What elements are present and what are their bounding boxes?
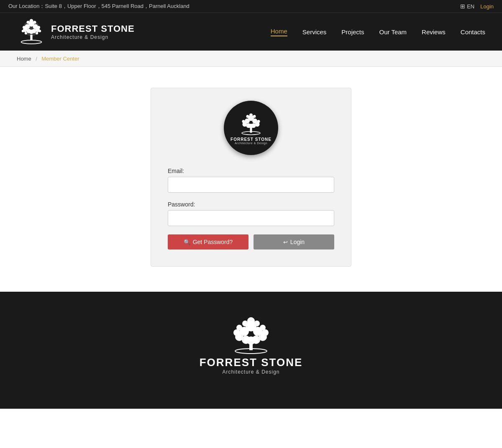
svg-point-17: [30, 19, 33, 23]
globe-icon: ⊞: [460, 3, 465, 10]
breadcrumb-sep: /: [36, 56, 37, 62]
brand-name: FORREST STONE: [51, 23, 135, 34]
login-brand-name: FORREST STONE: [231, 137, 271, 142]
login-logo-tree-icon: [238, 111, 264, 136]
login-label: Login: [290, 239, 305, 245]
footer-logo: FORREST STONE Architecture & Design: [200, 317, 303, 375]
get-password-label: Get Password?: [193, 239, 233, 245]
email-group: Email:: [168, 168, 334, 193]
svg-point-44: [247, 336, 255, 345]
email-input[interactable]: [168, 177, 334, 193]
nav-contacts[interactable]: Contacts: [461, 28, 485, 36]
nav-projects[interactable]: Projects: [341, 28, 364, 36]
svg-point-12: [37, 26, 40, 29]
logo-text: FORREST STONE Architecture & Design: [51, 23, 135, 41]
header: FORREST STONE Architecture & Design Home…: [0, 13, 502, 51]
nav-our-team[interactable]: Our Team: [379, 28, 407, 36]
search-icon: 🔍: [184, 239, 190, 245]
svg-point-30: [242, 120, 245, 123]
nav-reviews[interactable]: Reviews: [422, 28, 446, 36]
lang-label: EN: [467, 3, 474, 10]
login-card: FORREST STONE Architecture & Design Emai…: [151, 88, 351, 267]
svg-point-13: [22, 30, 24, 32]
svg-point-0: [21, 40, 42, 44]
svg-point-51: [260, 325, 266, 331]
brand-sub: Architecture & Design: [51, 34, 135, 40]
svg-point-31: [257, 120, 260, 123]
nav-services[interactable]: Services: [302, 28, 327, 36]
get-password-button[interactable]: 🔍 Get Password?: [168, 234, 248, 249]
breadcrumb-bar: Home / Member Center: [0, 51, 502, 67]
svg-point-29: [249, 124, 254, 128]
button-row: 🔍 Get Password? ↩ Login: [168, 234, 334, 249]
svg-point-15: [25, 32, 27, 34]
breadcrumb-current: Member Center: [41, 56, 79, 62]
svg-point-19: [33, 21, 36, 24]
email-label: Email:: [168, 168, 334, 174]
svg-point-14: [38, 30, 41, 32]
svg-point-49: [254, 321, 260, 326]
footer-brand-name: FORREST STONE: [200, 356, 303, 369]
svg-point-32: [249, 114, 253, 117]
footer-logo-icon: [230, 317, 272, 354]
password-label: Password:: [168, 201, 334, 208]
password-input[interactable]: [168, 210, 334, 226]
breadcrumb-home[interactable]: Home: [17, 56, 31, 62]
login-link[interactable]: Login: [480, 3, 494, 10]
svg-point-50: [236, 325, 242, 331]
svg-point-33: [246, 115, 249, 118]
main-content: FORREST STONE Architecture & Design Emai…: [0, 67, 502, 292]
login-logo-circle: FORREST STONE Architecture & Design: [224, 101, 278, 155]
svg-rect-21: [250, 128, 252, 133]
logo-area: FORREST STONE Architecture & Design: [17, 17, 135, 46]
svg-point-16: [36, 32, 38, 34]
svg-point-34: [253, 115, 256, 118]
top-bar: Our Location：Suite 8，Upper Floor，545 Par…: [0, 0, 502, 13]
login-logo-text: FORREST STONE Architecture & Design: [231, 137, 271, 145]
login-form: Email: Password: 🔍 Get Password? ↩ Login: [168, 168, 334, 249]
svg-point-47: [247, 317, 255, 325]
language-selector[interactable]: ⊞ EN: [460, 3, 474, 10]
location-text: Our Location：Suite 8，Upper Floor，545 Par…: [8, 3, 190, 10]
svg-point-11: [23, 26, 26, 29]
svg-point-10: [29, 30, 34, 34]
svg-point-48: [242, 321, 248, 326]
login-brand-sub: Architecture & Design: [231, 142, 271, 145]
password-group: Password:: [168, 201, 334, 226]
footer-brand-sub: Architecture & Design: [200, 369, 303, 375]
top-bar-right: ⊞ EN Login: [460, 3, 494, 10]
login-button[interactable]: ↩ Login: [254, 234, 334, 249]
logo-icon: [17, 17, 46, 46]
footer-logo-text: FORREST STONE Architecture & Design: [200, 356, 303, 375]
svg-point-18: [27, 21, 30, 24]
footer: FORREST STONE Architecture & Design: [0, 292, 502, 409]
nav-home[interactable]: Home: [271, 28, 287, 36]
login-icon: ↩: [283, 239, 288, 245]
main-nav: Home Services Projects Our Team Reviews …: [271, 28, 485, 36]
